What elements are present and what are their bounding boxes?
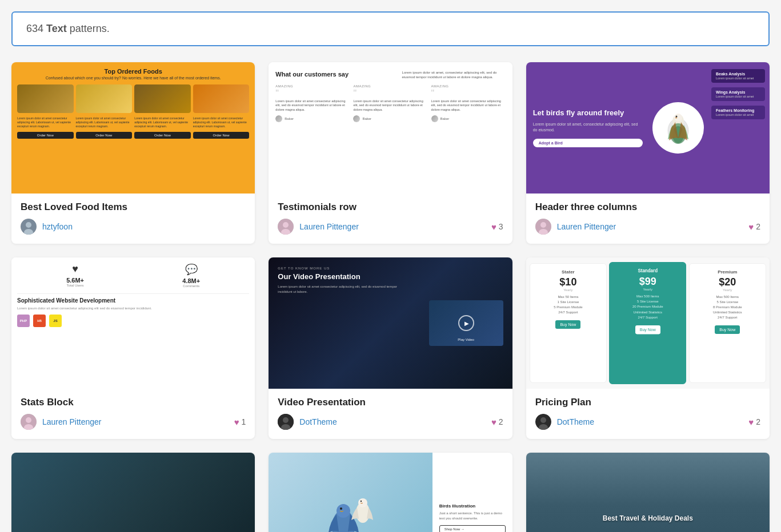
h3col-pill-title-3: Feathers Monitoring (716, 108, 760, 112)
food-images: Sandwich with bones Juicy beef burger Fr… (17, 84, 249, 113)
h3col-adopt-btn[interactable]: Adopt a Bird (533, 139, 643, 147)
play-icon: ▶ (464, 320, 469, 327)
preview-trips: Make Your Dream Trips with us! (11, 453, 255, 532)
svg-point-13 (540, 222, 546, 228)
test-col-1: AMAZING " Lorem ipsum dolor sit amet con… (275, 84, 350, 122)
test-label-3: AMAZING (431, 84, 506, 88)
test-username-3: Baker (440, 117, 450, 120)
card-trips[interactable]: Make Your Dream Trips with us! (11, 453, 255, 532)
card-grid: Top Ordered Foods Confused about which o… (11, 62, 770, 532)
card-title-food: Best Loved Food Items (21, 201, 246, 213)
card-meta-video: DotTheme ♥ 2 (278, 414, 503, 430)
food-desc-col-3: Lorem ipsum dolor sit amet consectetur a… (134, 116, 191, 128)
pricing-name-starter: Stater (534, 269, 603, 275)
test-cols: AMAZING " Lorem ipsum dolor sit amet con… (275, 84, 505, 122)
test-header: What our customers say Lorem ipsum dolor… (275, 70, 505, 80)
stats-top: ♥ 5.6M+ Total Users 💬 4.8M+ Comments (17, 263, 249, 288)
author-h3col: Lauren Pittenger (557, 222, 616, 231)
buy-btn-starter[interactable]: Buy Now (555, 320, 580, 329)
pf-s-4: 24/7 Support (534, 311, 603, 314)
food-img-3: Fried corn (134, 84, 191, 113)
test-quote-2: " (353, 89, 427, 98)
logo-html: H5 (33, 315, 46, 327)
card-travel[interactable]: Best Travel & Holiday Deals (526, 453, 770, 532)
pf-std-2: 5 Site License (613, 300, 682, 303)
pf-s-3: 5 Premium Module (534, 305, 603, 309)
h3col-pill-title-1: Beaks Analysis (716, 72, 760, 76)
chat-stat-icon: 💬 (182, 263, 200, 276)
preview-best-loved-food: Top Ordered Foods Confused about which o… (11, 62, 255, 194)
food-order-btn-2[interactable]: Order Now (76, 132, 133, 139)
food-desc-col-4: Lorem ipsum dolor sit amet consectetur a… (193, 116, 250, 128)
test-quote-1: " (275, 89, 350, 98)
card-title-h3col: Header three columns (535, 201, 760, 213)
test-avatar-3 (431, 115, 438, 122)
food-order-btn-1[interactable]: Order Now (17, 132, 74, 139)
pf-std-3: 20 Premium Module (613, 305, 682, 308)
test-avatar-1 (275, 115, 282, 122)
birds-title: Birds Illustration (439, 503, 506, 509)
card-best-loved-food[interactable]: Top Ordered Foods Confused about which o… (11, 62, 255, 244)
stats-desc: Lorem ipsum dolor sit amet consectetur a… (17, 306, 249, 311)
logo-js: JS (49, 315, 62, 327)
logo-php: PHP (17, 315, 30, 327)
pricing-period-standard: Yearly (613, 288, 682, 291)
food-order-btn-4[interactable]: Order Now (193, 132, 250, 139)
card-video[interactable]: GET TO KNOW MORE US Our Video Presentati… (269, 257, 512, 439)
pf-std-1: Max 500 Items (613, 295, 682, 298)
card-info-test: Testimonials row Lauren Pittenger ♥ 3 (269, 194, 512, 244)
h3col-pill-3: Feathers Monitoring Lorem ipsum dolor si… (711, 106, 765, 119)
heart-icon-pricing: ♥ (748, 417, 754, 427)
likes-pricing: ♥ 2 (748, 417, 760, 427)
preview-video: GET TO KNOW MORE US Our Video Presentati… (269, 257, 512, 389)
video-bg: GET TO KNOW MORE US Our Video Presentati… (269, 257, 512, 389)
birds-left: B R (269, 453, 432, 532)
food-desc-row: Lorem ipsum dolor sit amet consectetur a… (17, 116, 249, 128)
test-user-1: Baker (275, 115, 350, 122)
avatar-test (278, 219, 294, 235)
likes-test: ♥ 3 (491, 222, 503, 232)
birds-subtitle: Just a short sentence. This is just a de… (439, 511, 506, 521)
stats-num-users: 5.6M+ (66, 277, 84, 284)
stats-logos: PHP H5 JS (17, 315, 249, 327)
svg-point-11 (676, 116, 678, 118)
heart-icon-test: ♥ (491, 222, 496, 232)
test-col-2: AMAZING " Lorem ipsum dolor sit amet con… (353, 84, 427, 122)
h3col-pill-sub-3: Lorem ipsum dolor sit amet (716, 113, 760, 116)
video-player[interactable]: ▶ Play Video (429, 300, 503, 346)
video-tag: GET TO KNOW MORE US (278, 267, 503, 270)
h3col-right: Beaks Analysis Lorem ipsum dolor sit ame… (707, 62, 770, 194)
test-username-2: Baker (362, 117, 371, 120)
test-text-2: Lorem ipsum dolor sit amet consectetur a… (353, 99, 427, 112)
pricing-price-standard: $99 (613, 276, 682, 286)
play-button[interactable]: ▶ (458, 315, 474, 331)
card-stats[interactable]: ♥ 5.6M+ Total Users 💬 4.8M+ Comments Sop… (11, 257, 255, 439)
test-label-2: AMAZING (353, 84, 427, 88)
likes-count-test: 3 (499, 222, 503, 231)
card-pricing[interactable]: Stater $10 Yearly Max 50 Items 1 Site Li… (526, 257, 770, 439)
food-title: Top Ordered Foods (17, 68, 249, 75)
card-title-test: Testimonials row (278, 201, 503, 213)
h3col-bg: Let birds fly around freely Lorem ipsum … (526, 62, 770, 194)
preview-testimonials: What our customers say Lorem ipsum dolor… (269, 62, 512, 194)
play-label: Play Video (458, 338, 474, 341)
card-header3col[interactable]: Let birds fly around freely Lorem ipsum … (526, 62, 770, 244)
card-testimonials[interactable]: What our customers say Lorem ipsum dolor… (269, 62, 512, 244)
video-title: Our Video Presentation (278, 272, 503, 281)
pricing-premium: Premium $20 Yearly Max 500 Items 5 Site … (689, 263, 766, 383)
test-user-3: Baker (431, 115, 506, 122)
pricing-name-standard: Standard (613, 268, 682, 273)
buy-btn-premium[interactable]: Buy Now (715, 325, 740, 334)
h3col-pill-title-2: Wings Analysis (716, 90, 760, 94)
stats-text-block: Sophisticated Website Development Lorem … (17, 297, 249, 327)
pf-p-5: 24/7 Support (693, 316, 762, 319)
card-meta-stats: Lauren Pittenger ♥ 1 (21, 414, 246, 430)
food-order-btn-3[interactable]: Order Now (134, 132, 191, 139)
h3col-left: Let birds fly around freely Lorem ipsum … (526, 62, 650, 194)
card-meta-food: hztyfoon (21, 219, 246, 235)
search-bar: 634 Text patterns. (11, 11, 770, 46)
birds-shop-btn[interactable]: Shop Now → (439, 525, 506, 532)
food-desc-col-2: Lorem ipsum dolor sit amet consectetur a… (76, 116, 133, 128)
buy-btn-standard[interactable]: Buy Now (635, 325, 660, 334)
card-birds[interactable]: B R Birds Illustration Just a short sent… (269, 453, 512, 532)
